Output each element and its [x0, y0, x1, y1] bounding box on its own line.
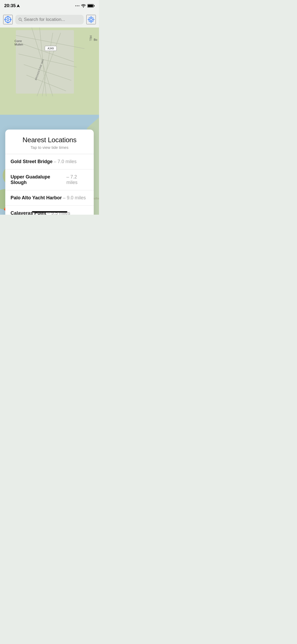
location-item[interactable]: Upper Guadalupe Slough – 7.2 miles	[5, 169, 94, 190]
clock-label: 20:35	[4, 3, 16, 8]
search-input[interactable]	[24, 17, 81, 22]
svg-text:HILL: HILL	[89, 35, 92, 41]
svg-text:Corre: Corre	[15, 39, 22, 43]
location-name: Gold Street Bridge	[11, 159, 53, 164]
location-list: Gold Street Bridge – 7.0 milesUpper Guad…	[5, 154, 94, 215]
search-icon	[18, 17, 22, 22]
location-name: Palo Alto Yacht Harbor	[11, 195, 62, 201]
svg-rect-2	[88, 5, 93, 7]
status-bar: 20:35	[0, 0, 99, 12]
location-button[interactable]	[3, 15, 13, 24]
svg-marker-0	[17, 4, 20, 7]
modal-subtitle: Tap to view tide times	[5, 145, 94, 150]
search-bar	[0, 12, 99, 27]
location-distance: – 7.0 miles	[54, 159, 77, 164]
nearest-locations-panel: Nearest Locations Tap to view tide times…	[5, 130, 94, 215]
svg-text:Mullen: Mullen	[15, 43, 23, 46]
location-item[interactable]: Calaveras Point – 9.5 miles	[5, 206, 94, 215]
svg-rect-3	[94, 5, 95, 7]
svg-point-12	[90, 19, 92, 21]
wifi-icon	[81, 4, 86, 8]
search-input-wrap[interactable]	[15, 15, 84, 24]
signal-dots-icon	[75, 5, 79, 6]
svg-point-5	[7, 19, 9, 21]
gear-icon	[87, 16, 95, 23]
location-distance: – 7.2 miles	[66, 174, 88, 185]
location-item[interactable]: Gold Street Bridge – 7.0 miles	[5, 154, 94, 169]
settings-button[interactable]	[86, 15, 96, 24]
status-right	[75, 4, 95, 8]
location-item[interactable]: Palo Alto Yacht Harbor – 9.0 miles	[5, 190, 94, 206]
crosshair-icon	[4, 16, 12, 23]
modal-title: Nearest Locations	[5, 136, 94, 144]
svg-text:A349: A349	[48, 47, 54, 50]
location-name: Upper Guadalupe Slough	[11, 174, 65, 185]
location-distance: – 9.0 miles	[63, 195, 86, 201]
svg-text:Bo: Bo	[94, 38, 97, 41]
home-indicator	[32, 211, 67, 213]
battery-icon	[87, 4, 95, 8]
location-arrow-icon	[17, 4, 20, 7]
status-time: 20:35	[4, 3, 20, 8]
svg-line-11	[21, 20, 22, 21]
